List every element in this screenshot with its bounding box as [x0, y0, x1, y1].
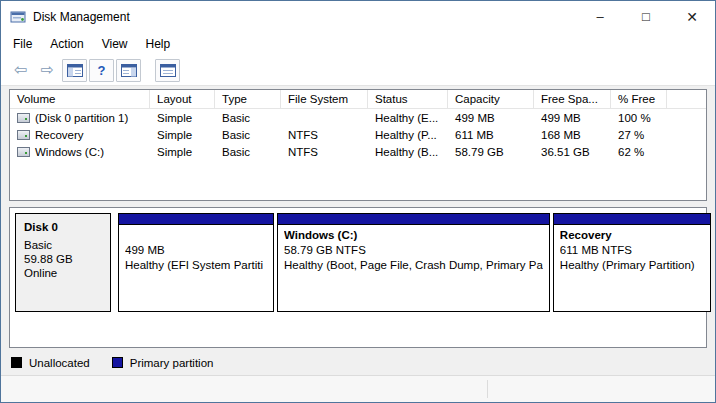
- partition-efi-system[interactable]: 499 MB Healthy (EFI System Partiti: [118, 213, 274, 312]
- partition-size: 611 MB NTFS: [560, 243, 704, 258]
- disk-0-panel[interactable]: Disk 0 Basic 59.88 GB Online: [15, 213, 111, 312]
- back-button[interactable]: ⇦: [8, 59, 33, 82]
- back-icon: ⇦: [14, 62, 27, 78]
- forward-button[interactable]: ⇨: [35, 59, 60, 82]
- partition-status: Healthy (EFI System Partiti: [125, 258, 267, 273]
- cell-capacity: 499 MB: [448, 112, 534, 124]
- console-tree-icon: [67, 64, 83, 77]
- cell-free-space: 36.51 GB: [534, 146, 611, 158]
- column-header-filler: [667, 90, 706, 108]
- partition-status: Healthy (Boot, Page File, Crash Dump, Pr…: [284, 258, 543, 273]
- column-header-percent-free[interactable]: % Free: [611, 90, 667, 108]
- cell-volume: Windows (C:): [35, 146, 104, 158]
- menubar: File Action View Help: [1, 32, 715, 55]
- disk-management-window: Disk Management – □ ✕ File Action View H…: [0, 0, 716, 403]
- status-bar-separator: [487, 380, 488, 398]
- partition-color-bar: [278, 214, 549, 225]
- cell-percent-free: 100 %: [611, 112, 667, 124]
- cell-free-space: 168 MB: [534, 129, 611, 141]
- cell-status: Healthy (P...: [368, 129, 448, 141]
- partition-title: [125, 228, 267, 243]
- properties-button[interactable]: [155, 59, 180, 82]
- partition-title: Recovery: [560, 228, 704, 243]
- app-icon: [10, 9, 26, 25]
- partition-status: Healthy (Primary Partition): [560, 258, 704, 273]
- cell-layout: Simple: [150, 129, 215, 141]
- minimize-button[interactable]: –: [577, 1, 623, 32]
- partition-color-bar: [119, 214, 273, 225]
- partition-color-bar: [554, 214, 710, 225]
- cell-volume: (Disk 0 partition 1): [35, 112, 128, 124]
- help-button[interactable]: ?: [89, 59, 114, 82]
- volume-list-pane: Volume Layout Type File System Status Ca…: [9, 89, 707, 201]
- unallocated-swatch: [11, 357, 22, 368]
- menu-item-file[interactable]: File: [4, 34, 41, 54]
- cell-file-system: NTFS: [281, 129, 368, 141]
- volume-icon: [17, 130, 30, 140]
- menu-item-action[interactable]: Action: [41, 34, 92, 54]
- toolbar: ⇦ ⇨ ?: [1, 55, 715, 86]
- cell-percent-free: 27 %: [611, 129, 667, 141]
- disk-name: Disk 0: [24, 221, 102, 233]
- column-header-status[interactable]: Status: [368, 90, 448, 108]
- cell-free-space: 499 MB: [534, 112, 611, 124]
- partition-size: 58.79 GB NTFS: [284, 243, 543, 258]
- cell-layout: Simple: [150, 112, 215, 124]
- column-header-free-space[interactable]: Free Spa...: [534, 90, 611, 108]
- partition-windows-c[interactable]: Windows (C:) 58.79 GB NTFS Healthy (Boot…: [277, 213, 550, 312]
- close-button[interactable]: ✕: [669, 1, 715, 32]
- column-header-file-system[interactable]: File System: [281, 90, 368, 108]
- primary-partition-swatch: [112, 357, 123, 368]
- volume-row-disk0-partition1[interactable]: (Disk 0 partition 1) Simple Basic Health…: [10, 109, 706, 126]
- cell-capacity: 58.79 GB: [448, 146, 534, 158]
- volume-icon: [17, 113, 30, 123]
- status-bar: [1, 375, 715, 402]
- volume-row-windows-c[interactable]: Windows (C:) Simple Basic NTFS Healthy (…: [10, 143, 706, 160]
- column-header-layout[interactable]: Layout: [150, 90, 215, 108]
- graphical-view-pane: Disk 0 Basic 59.88 GB Online 499 MB Heal…: [9, 207, 707, 348]
- window-title: Disk Management: [33, 10, 130, 24]
- cell-capacity: 611 MB: [448, 129, 534, 141]
- partition-size: 499 MB: [125, 243, 267, 258]
- legend-item-primary-partition: Primary partition: [112, 357, 214, 369]
- show-console-tree-button[interactable]: [62, 59, 87, 82]
- partition-title: Windows (C:): [284, 228, 543, 243]
- help-icon: ?: [98, 64, 106, 77]
- cell-type: Basic: [215, 146, 281, 158]
- titlebar[interactable]: Disk Management – □ ✕: [1, 1, 715, 32]
- partitions-row: 499 MB Healthy (EFI System Partiti Windo…: [118, 213, 711, 312]
- partition-recovery[interactable]: Recovery 611 MB NTFS Healthy (Primary Pa…: [553, 213, 711, 312]
- cell-type: Basic: [215, 112, 281, 124]
- show-action-pane-button[interactable]: [116, 59, 141, 82]
- legend-bar: Unallocated Primary partition: [1, 352, 715, 373]
- volume-icon: [17, 147, 30, 157]
- disk-type: Basic: [24, 238, 102, 252]
- legend-label: Primary partition: [130, 357, 214, 369]
- disk-size: 59.88 GB: [24, 252, 102, 266]
- cell-file-system: NTFS: [281, 146, 368, 158]
- disk-status: Online: [24, 266, 102, 280]
- volume-row-recovery[interactable]: Recovery Simple Basic NTFS Healthy (P...…: [10, 126, 706, 143]
- cell-status: Healthy (E...: [368, 112, 448, 124]
- cell-status: Healthy (B...: [368, 146, 448, 158]
- column-header-capacity[interactable]: Capacity: [448, 90, 534, 108]
- cell-percent-free: 62 %: [611, 146, 667, 158]
- cell-type: Basic: [215, 129, 281, 141]
- properties-icon: [160, 64, 176, 77]
- forward-icon: ⇨: [41, 62, 54, 78]
- column-header-volume[interactable]: Volume: [10, 90, 150, 108]
- maximize-button[interactable]: □: [623, 1, 669, 32]
- legend-item-unallocated: Unallocated: [11, 357, 90, 369]
- show-action-pane-icon: [121, 64, 137, 77]
- legend-label: Unallocated: [29, 357, 90, 369]
- cell-volume: Recovery: [35, 129, 84, 141]
- volume-list-header: Volume Layout Type File System Status Ca…: [10, 90, 706, 109]
- column-header-type[interactable]: Type: [215, 90, 281, 108]
- disk-0-strip: Disk 0 Basic 59.88 GB Online 499 MB Heal…: [15, 213, 701, 312]
- cell-layout: Simple: [150, 146, 215, 158]
- menu-item-help[interactable]: Help: [137, 34, 180, 54]
- menu-item-view[interactable]: View: [93, 34, 137, 54]
